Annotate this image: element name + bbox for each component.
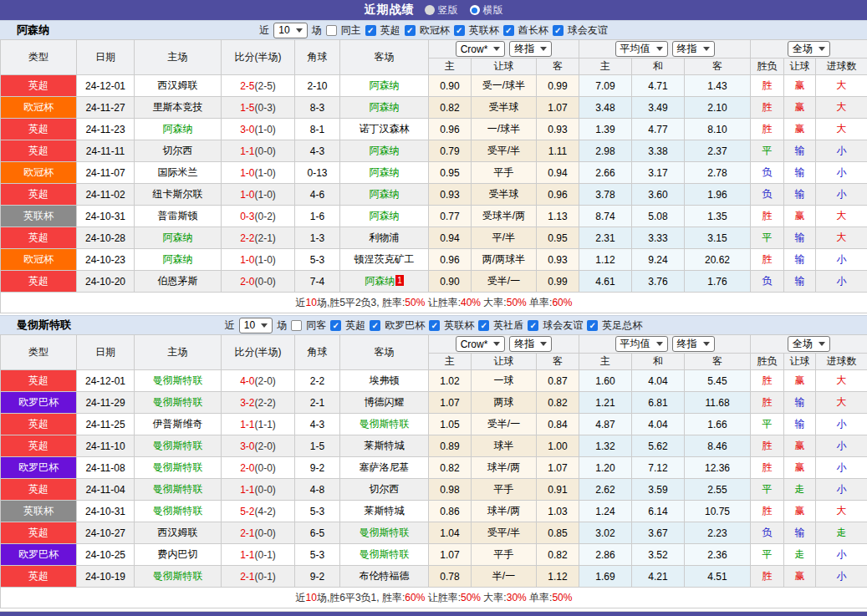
win-draw-loss: 胜 — [751, 370, 784, 392]
home-team[interactable]: 纽卡斯尔联 — [153, 188, 203, 200]
odds-source-select[interactable]: Crow* — [456, 336, 506, 352]
view-radio-horizontal[interactable]: 横版 — [470, 3, 503, 18]
league-checkbox[interactable]: ✓ — [370, 320, 380, 331]
league-checkbox-label: 英社盾 — [493, 318, 523, 333]
home-team[interactable]: 西汉姆联 — [158, 79, 198, 91]
away-team[interactable]: 诺丁汉森林 — [360, 123, 410, 135]
match-row: 英超24-11-02纽卡斯尔联1-0(1-0)4-6阿森纳0.93受半球0.96… — [1, 184, 867, 206]
same-venue-checkbox[interactable] — [291, 320, 302, 331]
home-team[interactable]: 曼彻斯特联 — [153, 440, 203, 451]
match-row: 英超24-11-23阿森纳3-0(1-0)8-1诺丁汉森林0.96一/球半0.9… — [1, 119, 867, 140]
corner-count: 2-10 — [295, 75, 340, 97]
home-team[interactable]: 曼彻斯特联 — [153, 461, 203, 473]
away-team[interactable]: 切尔西 — [370, 483, 400, 495]
home-team[interactable]: 国际米兰 — [158, 166, 198, 178]
score-cell: 2-5(2-5) — [222, 75, 295, 97]
odds-index-select-value: 终指 — [514, 337, 534, 351]
home-team[interactable]: 曼彻斯特联 — [153, 570, 203, 582]
away-team[interactable]: 曼彻斯特联 — [360, 548, 410, 560]
league-checkbox[interactable]: ✓ — [503, 25, 514, 36]
handicap-line: 受平/半 — [472, 522, 537, 544]
away-team[interactable]: 阿森纳 — [370, 210, 400, 221]
away-odds: 1.07 — [537, 457, 579, 479]
away-team[interactable]: 阿森纳 — [370, 188, 400, 200]
away-team[interactable]: 利物浦 — [370, 232, 400, 243]
same-venue-checkbox[interactable] — [326, 25, 337, 36]
match-date: 24-10-27 — [77, 522, 135, 544]
half-score: (1-0) — [255, 167, 276, 179]
full-score: 3-0 — [240, 124, 254, 135]
handicap-result: 输 — [784, 522, 816, 544]
match-date: 24-11-02 — [77, 184, 135, 206]
away-team[interactable]: 阿森纳 — [365, 275, 395, 287]
home-team[interactable]: 曼彻斯特联 — [153, 505, 203, 517]
home-team[interactable]: 阿森纳 — [163, 123, 193, 135]
home-odds: 0.93 — [429, 184, 472, 206]
odds-index-select[interactable]: 终指 — [509, 336, 552, 352]
full-score: 3-2 — [240, 397, 254, 409]
home-team[interactable]: 切尔西 — [163, 145, 193, 156]
match-row: 英超24-11-11切尔西1-1(0-0)4-3阿森纳0.79受平/半1.112… — [1, 140, 867, 162]
away-team[interactable]: 阿森纳 — [370, 166, 400, 178]
score-cell: 1-5(0-3) — [222, 97, 295, 119]
away-team[interactable]: 埃弗顿 — [370, 374, 400, 386]
league-checkbox[interactable]: ✓ — [528, 320, 538, 331]
scope-select[interactable]: 全场 — [788, 41, 830, 57]
away-team[interactable]: 莱斯特城 — [365, 505, 405, 517]
away-team[interactable]: 阿森纳 — [370, 101, 400, 113]
odds-sub-header: 客 — [537, 59, 579, 75]
away-team[interactable]: 曼彻斯特联 — [360, 418, 410, 430]
home-team[interactable]: 曼彻斯特联 — [153, 374, 203, 386]
away-team[interactable]: 博德闪耀 — [365, 396, 405, 408]
home-team[interactable]: 阿森纳 — [163, 232, 193, 243]
odds-source-select[interactable]: Crow* — [456, 41, 506, 57]
match-date: 24-11-27 — [77, 97, 135, 119]
home-team[interactable]: 伯恩茅斯 — [158, 275, 198, 287]
avg-source-select[interactable]: 平均值 — [615, 336, 668, 352]
league-checkbox[interactable]: ✓ — [553, 25, 564, 36]
away-team[interactable]: 曼彻斯特联 — [360, 527, 410, 538]
col-header: 角球 — [295, 40, 340, 75]
home-team[interactable]: 里斯本竞技 — [153, 101, 203, 113]
avg-index-select[interactable]: 终指 — [672, 336, 715, 352]
away-team[interactable]: 顿涅茨克矿工 — [354, 253, 415, 265]
home-team[interactable]: 费内巴切 — [158, 548, 198, 560]
league-checkbox[interactable]: ✓ — [478, 320, 489, 331]
odds-index-select[interactable]: 终指 — [509, 41, 552, 57]
home-team[interactable]: 曼彻斯特联 — [153, 483, 203, 495]
home-team[interactable]: 西汉姆联 — [158, 527, 198, 538]
league-checkbox[interactable]: ✓ — [330, 320, 341, 331]
home-team[interactable]: 伊普斯维奇 — [153, 418, 203, 430]
away-team[interactable]: 布伦特福德 — [360, 570, 410, 582]
summary-segment: 近 — [296, 297, 306, 308]
match-count-select[interactable]: 10 — [273, 23, 307, 38]
league-checkbox[interactable]: ✓ — [365, 25, 376, 36]
view-radio-vertical[interactable]: 竖版 — [425, 3, 458, 18]
away-team[interactable]: 阿森纳 — [370, 145, 400, 156]
league-checkbox[interactable]: ✓ — [429, 320, 440, 331]
chevron-down-icon — [703, 47, 710, 51]
odds-selects-cell: Crow*终指 — [429, 335, 579, 354]
away-team-cell: 埃弗顿 — [340, 370, 429, 392]
avg-away-odds: 10.75 — [685, 501, 751, 522]
scope-select[interactable]: 全场 — [788, 336, 830, 352]
home-team[interactable]: 普雷斯顿 — [158, 210, 198, 221]
away-team[interactable]: 阿森纳 — [370, 79, 400, 91]
avg-index-select[interactable]: 终指 — [672, 41, 715, 57]
avg-draw-odds: 3.59 — [632, 479, 685, 501]
avg-source-select[interactable]: 平均值 — [615, 41, 668, 57]
home-team[interactable]: 阿森纳 — [163, 253, 193, 265]
away-team[interactable]: 塞萨洛尼基 — [360, 461, 410, 473]
league-checkbox[interactable]: ✓ — [405, 25, 416, 36]
home-odds: 0.90 — [429, 271, 472, 293]
handicap-line: 两/两球半 — [472, 249, 537, 271]
corner-count: 1-5 — [295, 435, 340, 457]
home-team-cell: 曼彻斯特联 — [135, 479, 222, 501]
away-team[interactable]: 莱斯特城 — [365, 440, 405, 451]
league-checkbox[interactable]: ✓ — [587, 320, 598, 331]
match-count-select[interactable]: 10 — [239, 318, 273, 333]
home-team[interactable]: 曼彻斯特联 — [153, 396, 203, 408]
away-odds: 0.82 — [537, 544, 579, 566]
league-checkbox[interactable]: ✓ — [454, 25, 465, 36]
scope-select-value: 全场 — [793, 42, 813, 56]
